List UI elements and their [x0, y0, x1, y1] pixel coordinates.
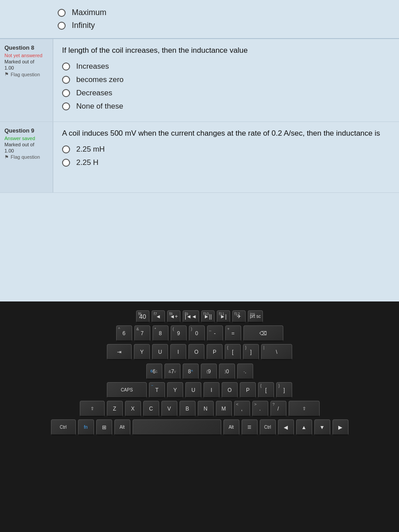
question8-marked: Marked out of: [4, 59, 48, 64]
radio-q8-1[interactable]: [62, 63, 70, 70]
question8-marked-value: 1.00: [4, 65, 48, 70]
key-shift-right[interactable]: ⇧: [289, 401, 320, 417]
key-close-bracket[interactable]: }]: [243, 344, 259, 360]
radio-q9-1[interactable]: [62, 145, 70, 153]
q9-option-2-25mh[interactable]: 2.25 mH: [62, 145, 390, 154]
key-p[interactable]: P: [207, 344, 223, 360]
key-open-curly[interactable]: { [: [258, 382, 274, 398]
question9-panel: Question 9 Answer saved Marked out of 1.…: [0, 122, 399, 193]
key-space[interactable]: [133, 419, 221, 435]
question8-flag[interactable]: ⚑ Flag question: [4, 71, 48, 77]
key-f11[interactable]: f11►|: [217, 310, 230, 323]
key-6[interactable]: ^ 6: [116, 325, 132, 341]
key-M[interactable]: M: [216, 401, 232, 417]
option-maximum-label: Maximum: [72, 8, 106, 17]
key-minus[interactable]: _ -: [207, 325, 223, 341]
key-ctrl-left[interactable]: Ctrl: [51, 419, 76, 435]
key-f8[interactable]: f8◄+: [167, 310, 180, 323]
question9-flag[interactable]: ⚑ Flag question: [4, 154, 48, 160]
key-V[interactable]: V: [161, 401, 177, 417]
key-u[interactable]: U: [152, 344, 168, 360]
flag-icon-q9: ⚑: [4, 154, 9, 160]
question8-panel: Question 8 Not yet answered Marked out o…: [0, 39, 399, 122]
radio-maximum[interactable]: [58, 9, 66, 17]
key-U-bottom[interactable]: U: [185, 382, 201, 398]
key-N[interactable]: N: [198, 401, 214, 417]
key-backslash[interactable]: |\: [261, 344, 292, 360]
key-prtsc[interactable]: insprt sc: [248, 310, 263, 323]
key-7[interactable]: & 7: [134, 325, 150, 341]
radio-q8-4[interactable]: [62, 102, 70, 110]
question8-meta: Question 8 Not yet answered Marked out o…: [0, 39, 53, 121]
key-menu[interactable]: ☰: [242, 419, 258, 435]
key-f9[interactable]: f9|◄◄: [183, 310, 199, 323]
question9-marked-label: Marked out of: [4, 142, 34, 147]
key-T-bottom[interactable]: ~ T: [149, 382, 165, 398]
q8-opt2-label: becomes zero: [76, 75, 124, 84]
key-close-curly[interactable]: } ]: [276, 382, 292, 398]
key-equals[interactable]: + =: [225, 325, 241, 341]
option-infinity[interactable]: Infinity: [58, 21, 341, 30]
q8-opt3-label: Decreases: [76, 89, 112, 98]
key-comma[interactable]: <,: [234, 401, 250, 417]
q9-opt1-label: 2.25 mH: [76, 145, 105, 154]
radio-q8-2[interactable]: [62, 76, 70, 84]
key-period[interactable]: - .: [237, 364, 253, 379]
key-I-bottom[interactable]: I: [203, 382, 219, 398]
key-C[interactable]: C: [143, 401, 159, 417]
key-ctrl-right[interactable]: Ctrl: [260, 419, 276, 435]
key-f12[interactable]: f12✈: [232, 310, 246, 323]
key-fn[interactable]: fn: [78, 419, 94, 435]
key-f10[interactable]: f10►||: [201, 310, 215, 323]
q8-option-becomes-zero[interactable]: becomes zero: [62, 75, 390, 84]
qwerty-row: ⇥ Y U I O P {[ }] |\: [107, 344, 292, 360]
key-win[interactable]: ⊞: [96, 419, 112, 435]
key-i[interactable]: I: [170, 344, 186, 360]
key-arrow-left[interactable]: ◀: [278, 419, 294, 435]
key-f7[interactable]: f7◄: [152, 310, 165, 323]
key-f6[interactable]: f640: [136, 310, 149, 323]
key-B[interactable]: B: [180, 401, 196, 417]
key-8-alt[interactable]: 8 ^: [183, 364, 199, 379]
q8-option-decreases[interactable]: Decreases: [62, 89, 390, 98]
q8-option-increases[interactable]: Increases: [62, 62, 390, 71]
key-caps[interactable]: CAPS: [107, 382, 147, 398]
option-maximum[interactable]: Maximum: [58, 8, 341, 17]
key-tab[interactable]: ⇥: [107, 344, 132, 360]
key-7-alt[interactable]: & 7 v: [164, 364, 180, 379]
key-9-alt[interactable]: ( 9: [201, 364, 217, 379]
question9-options: 2.25 mH 2.25 H: [62, 145, 390, 167]
key-shift-left[interactable]: ⇧: [80, 401, 105, 417]
key-0-alt[interactable]: ) 0: [219, 364, 235, 379]
question8-flag-label: Flag question: [11, 72, 40, 77]
key-arrow-down[interactable]: ▼: [314, 419, 330, 435]
key-arrow-up[interactable]: ▲: [296, 419, 312, 435]
radio-infinity[interactable]: [58, 22, 66, 30]
key-alt-right[interactable]: Alt: [223, 419, 239, 435]
key-O-bottom[interactable]: O: [222, 382, 238, 398]
question8-marked-label: Marked out of: [4, 59, 34, 64]
question9-meta: Question 9 Answer saved Marked out of 1.…: [0, 122, 53, 192]
key-0[interactable]: ) 0: [189, 325, 205, 341]
radio-q8-3[interactable]: [62, 89, 70, 97]
key-backspace[interactable]: ⌫: [243, 325, 283, 341]
question8-content: If length of the coil increases, then th…: [53, 39, 399, 121]
key-arrow-right[interactable]: ▶: [332, 419, 348, 435]
key-8[interactable]: * 8: [153, 325, 168, 341]
radio-q9-2[interactable]: [62, 159, 70, 167]
q9-option-2-25h[interactable]: 2.25 H: [62, 158, 390, 167]
key-y[interactable]: Y: [134, 344, 150, 360]
key-o[interactable]: O: [188, 344, 204, 360]
key-6-blue[interactable]: 6 6 1: [146, 364, 162, 379]
key-X[interactable]: X: [125, 401, 141, 417]
key-P-bottom[interactable]: P: [240, 382, 256, 398]
key-alt-left[interactable]: Alt: [114, 419, 130, 435]
q8-option-none[interactable]: None of these: [62, 102, 390, 111]
key-slash[interactable]: ?/: [270, 401, 286, 417]
key-Z[interactable]: Z: [107, 401, 123, 417]
key-Y-bottom[interactable]: Y: [167, 382, 183, 398]
key-9[interactable]: ( 9: [171, 325, 187, 341]
key-open-bracket[interactable]: {[: [225, 344, 241, 360]
key-dot[interactable]: >.: [252, 401, 268, 417]
q8-opt4-label: None of these: [76, 102, 123, 111]
